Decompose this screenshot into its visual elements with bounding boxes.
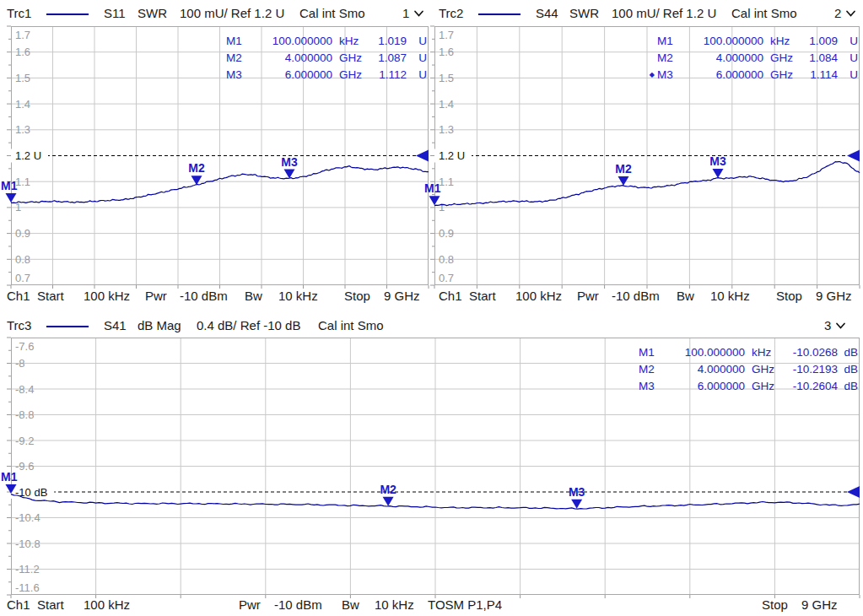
power-label: Pwr <box>145 289 167 303</box>
power-label: Pwr <box>239 597 261 612</box>
axis-tick-label: 1.5 <box>15 72 30 84</box>
marker-frequency-unit: GHz <box>745 361 775 378</box>
marker-value-unit: U <box>407 67 427 84</box>
s-parameter: S44 <box>536 6 558 20</box>
axis-tick-label: -11.2 <box>15 563 40 575</box>
marker-frequency: 6.000000 <box>251 67 332 84</box>
marker-value-unit: U <box>407 33 427 50</box>
marker-row: M1 100.000000 kHz 1.019 U <box>216 33 427 50</box>
power-value[interactable]: -10 dBm <box>180 289 228 303</box>
axis-tick-label: 1.5 <box>439 72 454 84</box>
marker-frequency-unit: GHz <box>332 50 363 67</box>
marker-label: M2 <box>188 161 205 175</box>
axis-tick-label: -8 <box>15 357 25 370</box>
marker-frequency: 100.000000 <box>682 33 763 50</box>
marker-value-unit: U <box>407 50 427 67</box>
active-marker-indicator: ◆ <box>647 67 657 84</box>
stop-label: Stop <box>762 597 788 612</box>
trace-scale: 100 mU/ Ref 1.2 U <box>180 6 284 20</box>
channel-number[interactable]: 1 <box>402 6 409 20</box>
chevron-down-icon[interactable] <box>845 10 856 18</box>
marker-symbol[interactable] <box>618 176 628 186</box>
stop-value[interactable]: 9 GHz <box>816 289 852 303</box>
marker-frequency: 100.000000 <box>251 33 332 50</box>
axis-tick-label: 1.1 <box>439 176 454 188</box>
marker-symbol[interactable] <box>383 497 394 506</box>
marker-value: 1.084 <box>794 50 838 67</box>
trace-format: SWR <box>138 6 167 20</box>
trace-panel-3: Trc3 S41 dB Mag 0.4 dB/ Ref -10 dB Cal i… <box>0 312 863 616</box>
marker-value: 1.087 <box>363 50 407 67</box>
marker-frequency-unit: GHz <box>332 67 363 84</box>
start-value[interactable]: 100 kHz <box>515 289 562 303</box>
marker-value: 1.009 <box>794 33 838 50</box>
trace-name[interactable]: Trc1 <box>7 6 31 20</box>
trace-header: Trc2 S44 SWR 100 mU/ Ref 1.2 U Cal int S… <box>432 0 863 26</box>
start-value[interactable]: 100 kHz <box>84 289 130 303</box>
reference-level-arrow[interactable] <box>847 486 860 498</box>
marker-label: M1 <box>1 179 18 192</box>
axis-tick-label: 0.9 <box>439 227 454 240</box>
marker-table: M1 100.000000 kHz 1.009 U M2 4.000000 GH… <box>647 33 858 84</box>
marker-frequency: 4.000000 <box>251 50 332 67</box>
axis-tick-label: -11.6 <box>15 581 40 594</box>
axis-tick-label: 1.3 <box>439 123 454 136</box>
stop-value[interactable]: 9 GHz <box>384 289 420 303</box>
calibration-info: TOSM P1,P4 <box>428 597 502 612</box>
bandwidth-label: Bw <box>245 289 262 303</box>
reference-level-arrow[interactable] <box>847 150 860 162</box>
axis-tick-label: -7.6 <box>15 340 34 353</box>
power-value[interactable]: -10 dBm <box>612 289 660 303</box>
start-value[interactable]: 100 kHz <box>84 597 130 612</box>
axis-tick-label: -10.8 <box>15 538 40 550</box>
axis-tick-label: -8.8 <box>15 408 34 421</box>
reference-level-arrow[interactable] <box>416 150 429 162</box>
axis-tick-label: 1.1 <box>15 176 30 188</box>
marker-frequency: 4.000000 <box>664 361 745 378</box>
marker-value-unit: dB <box>838 378 858 395</box>
marker-symbol[interactable] <box>191 176 202 185</box>
marker-name: M2 <box>639 361 664 378</box>
marker-row: M2 4.000000 GHz -10.2193 dB <box>628 361 858 378</box>
bandwidth-value[interactable]: 10 kHz <box>375 597 414 612</box>
marker-name: M3 <box>639 378 664 395</box>
plot-area[interactable]: 1.71.61.51.41.31.2 U1.110.90.80.7M1M2M3 … <box>434 26 860 285</box>
trace-name[interactable]: Trc2 <box>439 6 463 20</box>
plot-area[interactable]: 1.71.61.51.41.31.2 U1.110.90.80.7M1M2M3 … <box>11 26 429 285</box>
axis-tick-label: -9.6 <box>15 460 34 473</box>
marker-symbol[interactable] <box>571 500 582 509</box>
trace-name[interactable]: Trc3 <box>7 318 31 332</box>
stop-value[interactable]: 9 GHz <box>801 597 838 612</box>
trace-line-sample <box>478 14 520 15</box>
channel-number[interactable]: 3 <box>824 318 831 332</box>
start-label: Start <box>37 289 64 303</box>
trace-line-sample <box>46 326 89 327</box>
marker-symbol[interactable] <box>283 170 294 179</box>
trace-format: SWR <box>569 6 599 20</box>
axis-tick-label: 1.7 <box>15 29 30 41</box>
marker-value-unit: dB <box>838 344 858 361</box>
power-value[interactable]: -10 dBm <box>274 597 322 612</box>
trace-panel-1: Trc1 S11 SWR 100 mU/ Ref 1.2 U Cal int S… <box>0 0 431 311</box>
marker-frequency: 6.000000 <box>682 67 763 84</box>
marker-symbol[interactable] <box>712 169 723 178</box>
trace-scale: 0.4 dB/ Ref -10 dB <box>197 318 300 332</box>
start-label: Start <box>37 597 64 612</box>
channel-number[interactable]: 2 <box>834 6 841 20</box>
chevron-down-icon[interactable] <box>835 322 846 330</box>
marker-name: M1 <box>639 344 664 361</box>
bandwidth-value[interactable]: 10 kHz <box>278 289 318 303</box>
cal-state: Cal int Smo <box>318 318 384 332</box>
marker-frequency: 4.000000 <box>682 50 763 67</box>
axis-tick-label: -10.4 <box>15 511 40 524</box>
marker-row: M2 4.000000 GHz 1.084 U <box>647 50 858 67</box>
marker-label: M3 <box>709 154 726 168</box>
marker-row: ◆ M3 6.000000 GHz 1.114 U <box>647 67 858 84</box>
plot-area[interactable]: -7.6-8-8.4-8.8-9.2-9.6-10 dB-10.4-10.8-1… <box>11 338 860 595</box>
chevron-down-icon[interactable] <box>413 10 424 18</box>
channel-label: Ch1 <box>7 289 30 303</box>
bandwidth-value[interactable]: 10 kHz <box>710 289 750 303</box>
channel-label: Ch1 <box>7 597 30 612</box>
marker-frequency-unit: GHz <box>745 378 775 395</box>
marker-row: M2 4.000000 GHz 1.087 U <box>216 50 427 67</box>
